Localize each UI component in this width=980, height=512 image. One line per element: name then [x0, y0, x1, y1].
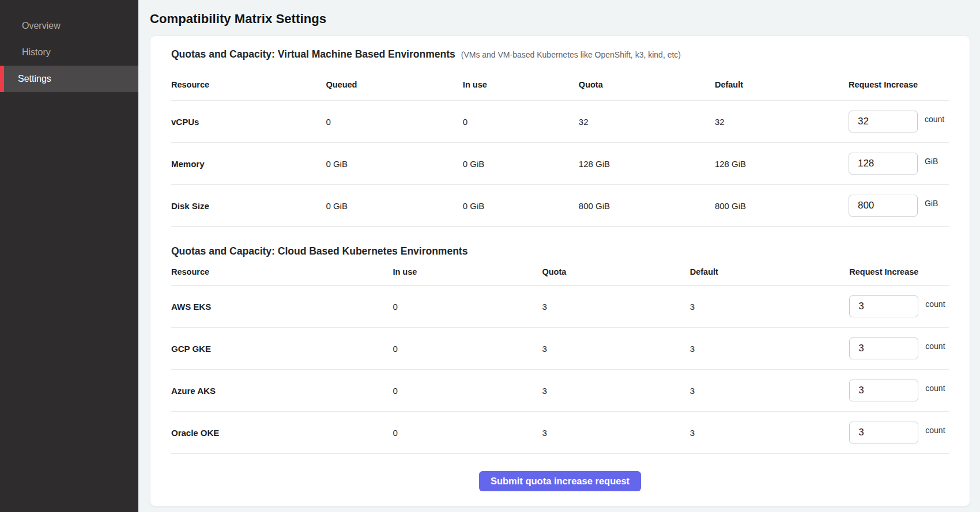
main-content: Compatibility Matrix Settings Quotas and… — [138, 0, 980, 512]
request-increase-group: count — [849, 111, 949, 132]
cell-default: 32 — [715, 117, 849, 127]
sidebar-item-settings[interactable]: Settings — [0, 66, 138, 92]
column-header-default: Default — [715, 80, 849, 89]
column-header-resource: Resource — [171, 80, 326, 89]
cell-in-use: 0 GiB — [463, 201, 579, 211]
cell-quota: 3 — [542, 386, 689, 396]
section-vm-environments: Quotas and Capacity: Virtual Machine Bas… — [171, 48, 949, 227]
cell-default: 3 — [690, 302, 850, 312]
cell-resource: GCP GKE — [171, 344, 393, 354]
section-title: Quotas and Capacity: Virtual Machine Bas… — [171, 48, 455, 60]
request-increase-group: GiB — [849, 153, 949, 175]
table-row-azure-aks: Azure AKS 0 3 3 count — [171, 370, 949, 412]
page-title: Compatibility Matrix Settings — [150, 12, 980, 26]
disk-size-request-increase-input[interactable] — [849, 195, 918, 217]
request-increase-group: count — [849, 337, 949, 359]
column-header-default: Default — [690, 267, 850, 276]
cell-resource: Memory — [171, 159, 326, 169]
column-header-request-increase: Request Increase — [849, 80, 949, 89]
request-increase-group: count — [849, 422, 949, 443]
column-header-queued: Queued — [326, 80, 462, 89]
cell-quota: 32 — [579, 117, 715, 127]
cell-quota: 128 GiB — [579, 159, 715, 169]
cell-in-use: 0 — [393, 344, 542, 354]
cloud-quota-table: Resource In use Quota Default Request In… — [171, 257, 949, 454]
cell-in-use: 0 — [393, 302, 542, 312]
cell-queued: 0 — [326, 117, 462, 127]
vm-quota-table: Resource Queued In use Quota Default Req… — [171, 60, 949, 227]
unit-label: GiB — [925, 157, 938, 166]
column-header-request-increase: Request Increase — [849, 267, 949, 276]
request-increase-group: count — [849, 295, 949, 317]
table-header-row: Resource In use Quota Default Request In… — [171, 257, 949, 286]
unit-label: count — [925, 115, 944, 124]
sidebar-item-label: History — [22, 47, 51, 58]
column-header-in-use: In use — [393, 267, 542, 276]
sidebar: Overview History Settings — [0, 0, 138, 512]
column-header-quota: Quota — [579, 80, 715, 89]
settings-card: Quotas and Capacity: Virtual Machine Bas… — [150, 35, 970, 507]
cell-quota: 3 — [542, 344, 689, 354]
oracle-oke-request-increase-input[interactable] — [849, 422, 918, 443]
cell-queued: 0 GiB — [326, 159, 462, 169]
card-footer: Submit quota increase request — [171, 454, 949, 491]
column-header-quota: Quota — [542, 267, 689, 276]
section-cloud-kubernetes: Quotas and Capacity: Cloud Based Kuberne… — [171, 245, 949, 454]
unit-label: count — [925, 342, 945, 351]
table-row-memory: Memory 0 GiB 0 GiB 128 GiB 128 GiB GiB — [171, 143, 949, 185]
table-row-gcp-gke: GCP GKE 0 3 3 count — [171, 328, 949, 370]
request-increase-group: count — [849, 380, 949, 401]
gcp-gke-request-increase-input[interactable] — [849, 337, 918, 359]
cell-in-use: 0 — [393, 428, 542, 438]
cell-quota: 800 GiB — [579, 201, 715, 211]
cell-resource: AWS EKS — [171, 302, 393, 312]
unit-label: GiB — [925, 199, 938, 208]
table-row-oracle-oke: Oracle OKE 0 3 3 count — [171, 412, 949, 454]
sidebar-item-label: Overview — [22, 21, 61, 31]
sidebar-item-overview[interactable]: Overview — [0, 13, 138, 39]
cell-quota: 3 — [542, 302, 689, 312]
table-row-aws-eks: AWS EKS 0 3 3 count — [171, 286, 949, 328]
cell-resource: Oracle OKE — [171, 428, 393, 438]
submit-quota-increase-button[interactable]: Submit quota increase request — [479, 471, 641, 491]
cell-quota: 3 — [542, 428, 689, 438]
column-header-resource: Resource — [171, 267, 393, 276]
sidebar-item-label: Settings — [18, 74, 51, 84]
cell-in-use: 0 GiB — [463, 159, 579, 169]
table-row-disk-size: Disk Size 0 GiB 0 GiB 800 GiB 800 GiB Gi… — [171, 185, 949, 227]
unit-label: count — [925, 299, 945, 309]
table-header-row: Resource Queued In use Quota Default Req… — [171, 60, 949, 101]
section-header: Quotas and Capacity: Cloud Based Kuberne… — [171, 245, 949, 257]
cell-default: 3 — [690, 428, 850, 438]
cell-default: 3 — [690, 386, 850, 396]
aws-eks-request-increase-input[interactable] — [849, 295, 918, 317]
azure-aks-request-increase-input[interactable] — [849, 380, 918, 401]
table-row-vcpus: vCPUs 0 0 32 32 count — [171, 101, 949, 143]
cell-default: 3 — [690, 344, 850, 354]
unit-label: count — [925, 426, 945, 435]
cell-default: 128 GiB — [715, 159, 849, 169]
cell-resource: vCPUs — [171, 117, 326, 127]
unit-label: count — [925, 384, 945, 393]
cell-resource: Azure AKS — [171, 386, 393, 396]
section-subtitle: (VMs and VM-based Kubernetes like OpenSh… — [461, 50, 681, 59]
section-header: Quotas and Capacity: Virtual Machine Bas… — [171, 48, 949, 60]
memory-request-increase-input[interactable] — [849, 153, 918, 175]
column-header-in-use: In use — [463, 80, 579, 89]
section-title: Quotas and Capacity: Cloud Based Kuberne… — [171, 245, 468, 257]
sidebar-item-history[interactable]: History — [0, 39, 138, 66]
cell-in-use: 0 — [463, 117, 579, 127]
vcpus-request-increase-input[interactable] — [849, 111, 918, 132]
cell-resource: Disk Size — [171, 201, 326, 211]
request-increase-group: GiB — [849, 195, 949, 217]
cell-queued: 0 GiB — [326, 201, 462, 211]
cell-in-use: 0 — [393, 386, 542, 396]
cell-default: 800 GiB — [715, 201, 849, 211]
